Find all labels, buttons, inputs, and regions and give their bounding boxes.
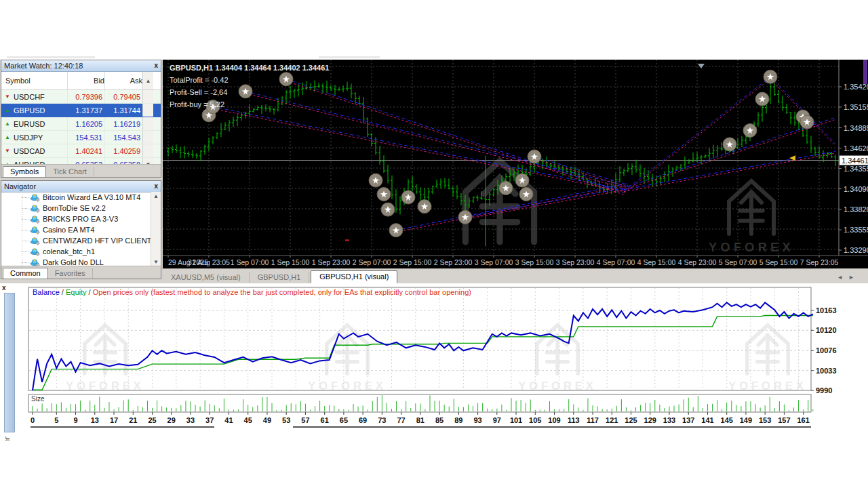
scrollbar-track[interactable]	[142, 131, 153, 144]
navigator-item[interactable]: BRICKS PRO EA 3-V3	[1, 214, 161, 224]
trade-marker[interactable]	[800, 115, 814, 129]
price-axis-label: 1.34090	[844, 185, 868, 193]
scroll-up-icon[interactable]: ▲	[142, 72, 153, 89]
tree-branch	[22, 230, 28, 230]
chart-info-text: TotalProfit = -0.42	[170, 76, 229, 84]
tab-scroll-arrows[interactable]: ◄►	[837, 274, 860, 283]
time-axis-label: 3 Sep 15:00	[515, 258, 554, 266]
price-axis-label: 1.33820	[844, 205, 868, 214]
column-bid[interactable]: Bid	[67, 72, 104, 89]
tester-x-label: 9	[73, 416, 77, 424]
symbol-cell: ▲EURUSD	[1, 120, 67, 128]
chart-tab-xauusd[interactable]: XAUUSD,M5 (visual)	[163, 272, 250, 283]
symbol-cell: ▲GBPUSD	[1, 106, 67, 115]
scroll-down-icon[interactable]: ▼	[153, 259, 159, 265]
tester-x-label: 145	[721, 416, 733, 424]
chart-tab-gbpusd-visual[interactable]: GBPUSD,H1 (visual)	[311, 270, 397, 283]
navigator-titlebar[interactable]: Navigator x	[1, 181, 161, 192]
trade-marker[interactable]	[743, 124, 757, 138]
navigator-scrollbar[interactable]: ▲ ▼	[151, 192, 161, 266]
price-chart[interactable]: YOFOREXGBPUSD,H1 1.34404 1.34464 1.34402…	[163, 60, 868, 268]
trade-marker[interactable]	[418, 200, 431, 214]
column-ask[interactable]: Ask	[104, 72, 142, 89]
tester-x-label: 61	[321, 416, 329, 424]
bid-cell: 1.40241	[67, 144, 104, 157]
trade-marker[interactable]	[755, 92, 769, 106]
table-row-usdchf[interactable]: ▼USDCHF0.793960.79405	[1, 90, 161, 104]
navigator-item[interactable]: Dark Gold No DLL	[1, 257, 161, 266]
tab-symbols[interactable]: Symbols	[3, 166, 46, 177]
column-symbol[interactable]: Symbol	[1, 77, 67, 85]
tester-chart[interactable]: YOFOREX101631012010076100339990Size05913…	[0, 283, 868, 441]
close-icon[interactable]: x	[154, 62, 158, 69]
market-watch-panel: Market Watch: 12:40:18 x Symbol Bid Ask …	[1, 60, 161, 178]
trade-marker[interactable]	[401, 190, 415, 204]
tree-branch	[22, 197, 28, 198]
navigator-tab-bar: Common Favorites	[1, 266, 161, 279]
trade-marker[interactable]	[239, 85, 252, 98]
table-row-gbpusd[interactable]: ▲GBPUSD1.317371.31744	[1, 104, 161, 117]
bid-cell: 154.531	[67, 131, 104, 144]
trade-marker[interactable]	[528, 150, 541, 163]
trade-marker[interactable]	[723, 138, 736, 151]
symbol-cell: ▼USDCAD	[1, 147, 67, 155]
scroll-up-icon[interactable]: ▲	[153, 193, 159, 199]
chart-info-text: Profit-buy = 5,22	[170, 100, 224, 108]
toolbar-remnant	[319, 56, 380, 58]
scrollbar-track[interactable]	[142, 104, 153, 117]
tester-x-label: 65	[340, 416, 348, 424]
navigator-item[interactable]: CENTWIZARD HFT VIP CLIENT_	[1, 235, 161, 246]
time-axis-label: 3 Sep 07:00	[475, 258, 513, 266]
navigator-item[interactable]: Bitcoin Wizard EA V3.10 MT4	[1, 192, 161, 203]
scrollbar-track[interactable]	[142, 90, 153, 103]
navigator-item[interactable]: BornToDie SE v2.2	[1, 203, 161, 214]
table-row-usdjpy[interactable]: ▲USDJPY154.531154.543	[1, 131, 161, 144]
navigator-item[interactable]: colenak_btc_h1	[1, 246, 161, 257]
trade-marker[interactable]	[515, 174, 529, 187]
trade-marker[interactable]	[279, 73, 293, 86]
tester-x-label: 157	[778, 416, 790, 424]
arrow-right-icon[interactable]: ►	[848, 274, 860, 281]
trade-marker[interactable]	[381, 203, 395, 216]
arrow-up-icon: ▲	[4, 107, 11, 113]
tester-x-label: 149	[740, 416, 752, 424]
tester-x-label: 57	[301, 416, 309, 424]
tab-common[interactable]: Common	[3, 268, 48, 279]
arrow-down-icon: ▼	[4, 94, 11, 100]
close-icon[interactable]: x	[154, 183, 158, 190]
table-row-eurusd[interactable]: ▲EURUSD1.162051.16219	[1, 117, 161, 131]
symbol-cell: ▼USDCHF	[1, 93, 67, 101]
market-watch-titlebar[interactable]: Market Watch: 12:40:18 x	[1, 60, 161, 72]
navigator-item[interactable]: Casino EA MT4	[1, 224, 161, 235]
tester-x-label: 93	[473, 416, 481, 424]
ask-cell: 0.79405	[104, 90, 142, 103]
table-row-usdcad[interactable]: ▼USDCAD1.402411.40259	[1, 144, 161, 158]
tab-tick-chart[interactable]: Tick Chart	[46, 167, 94, 177]
tester-x-label: 161	[797, 416, 809, 424]
tester-x-label: 53	[282, 416, 290, 424]
price-axis-label: 1.34355	[844, 165, 868, 173]
legend-balance: Balance	[33, 288, 60, 296]
metatrader-window: Market Watch: 12:40:18 x Symbol Bid Ask …	[0, 0, 868, 488]
trade-marker[interactable]	[519, 187, 533, 201]
time-axis-label: 5 Sep 15:00	[760, 258, 798, 266]
tab-favorites[interactable]: Favorites	[48, 268, 93, 279]
trade-marker[interactable]	[764, 70, 777, 83]
trade-marker[interactable]	[499, 181, 513, 195]
trade-marker[interactable]	[458, 210, 472, 224]
tester-x-label: 41	[224, 416, 233, 424]
arrow-left-icon[interactable]: ◄	[837, 274, 848, 281]
time-axis-label: 4 Sep 15:00	[637, 258, 676, 266]
tester-x-label: 97	[493, 416, 501, 424]
scrollbar-track[interactable]	[142, 117, 153, 130]
time-axis-label: 1 Sep 07:00	[231, 258, 269, 266]
trade-marker[interactable]	[369, 174, 382, 187]
scrollbar-track[interactable]	[142, 144, 153, 157]
trade-marker[interactable]	[377, 187, 391, 201]
chart-tab-gbpusd[interactable]: GBPUSD,H1	[250, 272, 310, 283]
tester-x-label: 141	[701, 416, 713, 424]
time-axis-label: 4 Sep 23:00	[678, 258, 717, 266]
time-axis-label: 5 Sep 07:00	[719, 258, 757, 266]
trade-marker[interactable]	[389, 224, 403, 237]
tester-x-label: 13	[91, 416, 99, 424]
